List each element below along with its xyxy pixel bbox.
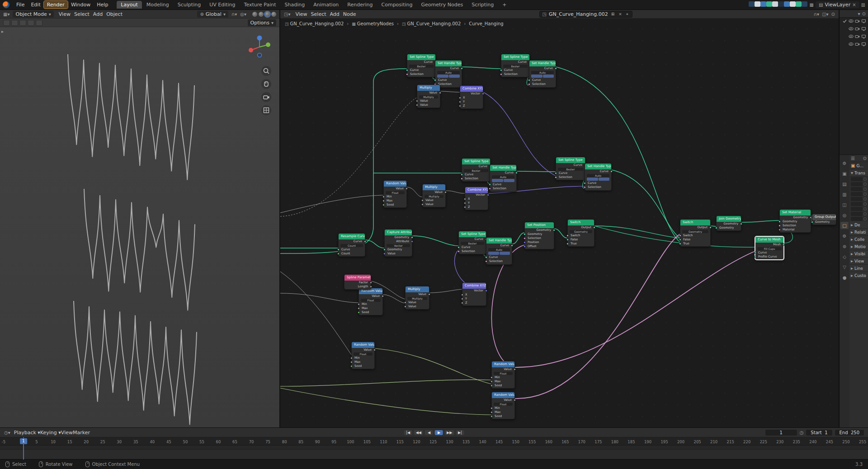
proportional-edit-icon[interactable]: ◎▾ (240, 12, 246, 17)
node-set-spline-type-b[interactable]: Set Spline TypeCurveBezierCurveSelection (501, 54, 530, 77)
input-socket[interactable] (404, 305, 406, 308)
properties-panel-view[interactable]: ▸View (849, 258, 868, 265)
viewport-menu-view[interactable]: View (57, 11, 72, 18)
camera-toggle-icon[interactable] (855, 19, 860, 25)
check-toggle-icon[interactable] (842, 19, 847, 25)
input-socket[interactable] (416, 100, 418, 102)
properties-tab-output[interactable]: ▤ (840, 180, 849, 188)
input-socket[interactable] (679, 234, 681, 237)
node-field-count[interactable]: Count (340, 244, 363, 247)
node-field-vector[interactable]: Vector (387, 244, 410, 247)
input-socket[interactable] (459, 97, 461, 99)
input-socket[interactable] (491, 411, 493, 413)
viewport-canvas[interactable]: ▸ (0, 27, 279, 427)
tool-option-icon[interactable] (3, 20, 10, 26)
input-socket[interactable] (566, 239, 569, 241)
shading-material-button[interactable] (265, 12, 270, 17)
tool-option-icon[interactable] (19, 20, 26, 26)
node-menu-add[interactable]: Add (328, 11, 341, 18)
node-field-float[interactable]: Float (494, 403, 513, 406)
node-field-auto[interactable]: Auto (531, 71, 554, 74)
output-socket[interactable] (553, 229, 555, 231)
timeline-menu-marker[interactable]: Marker (73, 430, 90, 436)
properties-panel-visibi[interactable]: ▸Visibi (849, 250, 868, 258)
timeline-menu-view[interactable]: View (61, 430, 73, 436)
timeline-ruler[interactable]: -551015202530354045505560657075808590951… (0, 437, 868, 446)
animate-property-icon[interactable] (863, 188, 867, 191)
geometry-node-editor[interactable]: ◳▾ ViewSelectAddNode ◳ GN_Curve_Hanging.… (280, 10, 839, 427)
input-socket[interactable] (416, 104, 418, 106)
properties-tab-material[interactable]: ● (840, 274, 849, 281)
node-field-auto[interactable]: Auto (492, 175, 514, 178)
output-socket[interactable] (511, 244, 513, 247)
input-socket[interactable] (350, 361, 353, 363)
node-capture-attribute[interactable]: Capture AttributeGeometryAttributeVector… (384, 229, 412, 257)
tool-option-icon[interactable] (11, 20, 18, 26)
hanging-curve-object-1[interactable] (68, 54, 194, 180)
input-socket[interactable] (566, 243, 569, 245)
new-node-tree-button[interactable]: ⊞ (610, 12, 616, 16)
node-field-bezier[interactable]: Bezier (409, 65, 434, 68)
eye-toggle-icon[interactable] (849, 34, 854, 40)
node-join-geometry[interactable]: Join GeometryGeometryGeometry (716, 216, 741, 231)
screen-toggle-icon[interactable] (861, 26, 866, 33)
input-socket[interactable] (461, 298, 463, 300)
shading-solid-button[interactable] (259, 12, 264, 17)
animate-property-icon[interactable] (863, 217, 867, 220)
input-socket[interactable] (491, 385, 493, 387)
output-socket[interactable] (593, 226, 595, 229)
input-socket[interactable] (778, 229, 781, 231)
workspace-tab-sculpting[interactable]: Sculpting (174, 1, 205, 9)
orientation-dropdown[interactable]: ⊕ Global ▾ (197, 11, 228, 18)
node-toggle-left-right[interactable] (492, 179, 514, 182)
editor-type-icon[interactable]: ◳▾ (284, 12, 290, 17)
output-socket[interactable] (515, 172, 518, 174)
properties-tab-tool[interactable]: ⚙ (840, 159, 849, 167)
hand-icon[interactable] (261, 79, 271, 89)
input-socket[interactable] (358, 307, 360, 310)
node-set-material[interactable]: Set MaterialGeometryGeometrySelectionMat… (779, 209, 811, 233)
input-socket[interactable] (584, 182, 586, 184)
node-field-bezier[interactable]: Bezier (464, 169, 488, 172)
workspace-tab-compositing[interactable]: Compositing (377, 1, 417, 9)
node-math-multiply-3[interactable]: MultiplyValueMultiplyValueValue (405, 286, 429, 310)
input-socket[interactable] (383, 253, 386, 255)
input-socket[interactable] (555, 176, 557, 178)
node-set-handle-type-e[interactable]: Set Handle TypeCurveAutoCurveSelection (486, 237, 512, 265)
animate-property-icon[interactable] (863, 202, 867, 206)
node-combine-xyz-2[interactable]: Combine XYZVectorXYZ (465, 187, 488, 210)
node-random-value-1[interactable]: Random ValueValueFloatMinMaxSeed (383, 180, 407, 208)
node-field-float[interactable]: Float (386, 191, 405, 194)
input-socket[interactable] (500, 69, 502, 71)
frame-start-field[interactable]: Start 1 (806, 430, 832, 436)
jump-to-end-button[interactable]: ▶| (456, 430, 464, 435)
workspace-tab-animation[interactable]: Animation (309, 1, 343, 9)
grid-icon[interactable] (261, 105, 271, 115)
output-socket[interactable] (487, 194, 489, 196)
workspace-tab-uv-editing[interactable]: UV Editing (205, 1, 239, 9)
gizmo-x-axis[interactable] (249, 48, 253, 52)
output-socket[interactable] (439, 92, 441, 94)
active-object-row[interactable]: ▣ G... (849, 162, 868, 169)
input-socket[interactable] (459, 105, 461, 107)
node-set-handle-type-d[interactable]: Set Handle TypeCurveAutoCurveSelection (585, 163, 612, 191)
node-random-value-3[interactable]: Random ValueValueFloatMinMaxSeed (491, 361, 515, 389)
input-socket[interactable] (358, 311, 360, 314)
node-set-handle-type-c[interactable]: Set Handle TypeCurveAutoCurveSelection (490, 164, 517, 192)
toolbar-expand-arrow[interactable]: ▸ (1, 29, 4, 34)
input-socket[interactable] (464, 198, 466, 200)
input-socket[interactable] (404, 301, 406, 304)
node-set-spline-type-c[interactable]: Set Spline TypeCurveBezierCurveSelection (462, 158, 491, 182)
node-menu-node[interactable]: Node (341, 11, 358, 18)
input-socket[interactable] (383, 249, 386, 251)
node-menu-select[interactable]: Select (309, 11, 328, 18)
camera-toggle-icon[interactable] (855, 42, 860, 48)
snap-magnet-icon[interactable]: ∩▾ (814, 12, 819, 17)
playhead-frame-label[interactable]: 1 (20, 438, 27, 444)
input-socket[interactable] (464, 202, 466, 204)
input-socket[interactable] (350, 365, 353, 367)
output-socket[interactable] (461, 67, 463, 70)
transform-value-field[interactable] (851, 192, 863, 196)
input-socket[interactable] (382, 204, 385, 206)
output-socket[interactable] (411, 236, 413, 239)
